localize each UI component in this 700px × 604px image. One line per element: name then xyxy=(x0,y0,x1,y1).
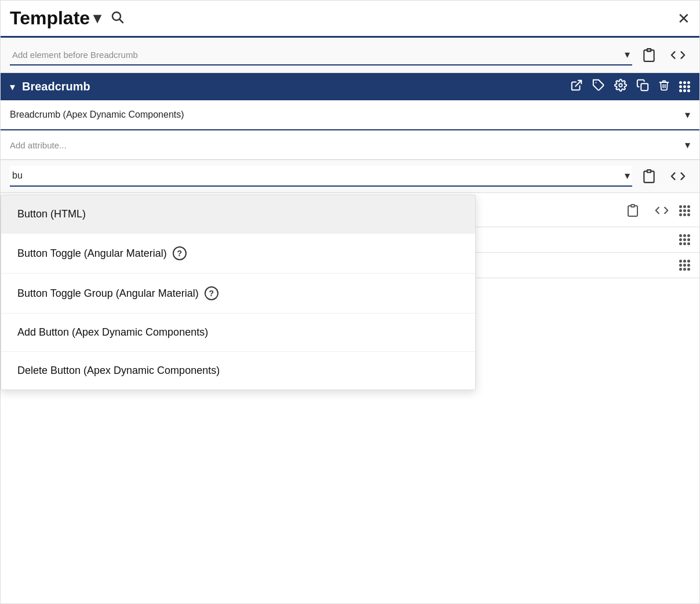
gear-icon[interactable] xyxy=(614,79,627,94)
row-code-button-1[interactable] xyxy=(650,202,673,219)
add-element-chevron-icon: ▾ xyxy=(625,48,630,61)
dropdown-item-4[interactable]: Delete Button (Apex Dynamic Components) xyxy=(1,352,475,390)
search-input-row: ▾ Button (HTML) Button Toggle (Angular M… xyxy=(1,160,699,193)
row-grid-dots-3[interactable] xyxy=(679,260,690,271)
component-select-dropdown[interactable]: Breadcrumb (Apex Dynamic Components) ▾ xyxy=(10,108,690,121)
dropdown-item-label-3: Add Button (Apex Dynamic Components) xyxy=(17,326,208,339)
component-select-chevron-icon: ▾ xyxy=(685,108,690,121)
svg-rect-3 xyxy=(647,49,651,51)
svg-rect-7 xyxy=(641,83,648,90)
section-title: Breadcrumb xyxy=(22,80,563,93)
title-area: Template ▾ xyxy=(10,8,101,29)
external-link-icon[interactable] xyxy=(570,79,583,94)
tag-icon[interactable] xyxy=(592,79,605,94)
svg-point-0 xyxy=(112,12,121,20)
copy-icon[interactable] xyxy=(636,79,649,94)
row-grid-dots-2[interactable] xyxy=(679,234,690,245)
row-clipboard-button-1[interactable] xyxy=(621,201,644,220)
delete-icon[interactable] xyxy=(658,79,670,94)
main-panel: Template ▾ ✕ Add element before Breadcru… xyxy=(0,0,700,604)
title-chevron-icon[interactable]: ▾ xyxy=(93,9,101,27)
svg-line-4 xyxy=(575,81,581,86)
search-code-button[interactable] xyxy=(666,168,690,185)
component-select-row: Breadcrumb (Apex Dynamic Components) ▾ xyxy=(1,100,699,130)
breadcrumb-section-header: ▾ Breadcrumb xyxy=(1,73,699,100)
dropdown-item-1[interactable]: Button Toggle (Angular Material) ? xyxy=(1,234,475,274)
add-attribute-placeholder: Add attribute... xyxy=(10,140,67,150)
dropdown-item-2[interactable]: Button Toggle Group (Angular Material) ? xyxy=(1,274,475,314)
dropdown-item-label-0: Button (HTML) xyxy=(17,208,86,220)
dropdown-item-label-1: Button Toggle (Angular Material) xyxy=(17,248,167,260)
section-header-actions xyxy=(570,79,690,94)
svg-rect-9 xyxy=(631,205,635,207)
clipboard-button[interactable] xyxy=(637,45,661,65)
search-input-wrapper: ▾ xyxy=(10,166,632,187)
dropdown-item-0[interactable]: Button (HTML) xyxy=(1,195,475,234)
svg-point-6 xyxy=(619,83,622,87)
grid-dots-icon[interactable] xyxy=(679,81,690,92)
add-element-dropdown[interactable]: Add element before Breadcrumb ▾ xyxy=(10,45,632,66)
search-clipboard-button[interactable] xyxy=(637,166,661,186)
help-icon-1[interactable]: ? xyxy=(173,246,187,260)
svg-line-1 xyxy=(120,20,123,23)
header: Template ▾ ✕ xyxy=(1,1,699,38)
add-attribute-dropdown[interactable]: Add attribute... ▾ xyxy=(10,139,690,151)
close-icon[interactable]: ✕ xyxy=(677,11,690,26)
code-button[interactable] xyxy=(666,46,690,64)
element-search-input[interactable] xyxy=(12,170,625,181)
dropdown-item-label-4: Delete Button (Apex Dynamic Components) xyxy=(17,365,220,377)
page-title: Template xyxy=(10,8,90,29)
component-select-value: Breadcrumb (Apex Dynamic Components) xyxy=(10,110,184,120)
svg-rect-8 xyxy=(647,170,651,172)
row-grid-dots-1[interactable] xyxy=(679,205,690,216)
help-icon-2[interactable]: ? xyxy=(205,286,218,300)
add-attribute-chevron-icon: ▾ xyxy=(685,139,690,151)
search-icon[interactable] xyxy=(110,10,124,27)
search-dropdown: Button (HTML) Button Toggle (Angular Mat… xyxy=(1,195,476,390)
search-dropdown-chevron-icon[interactable]: ▾ xyxy=(625,169,630,182)
collapse-icon[interactable]: ▾ xyxy=(10,81,15,93)
add-element-row: Add element before Breadcrumb ▾ xyxy=(1,38,699,73)
dropdown-item-3[interactable]: Add Button (Apex Dynamic Components) xyxy=(1,314,475,352)
dropdown-item-label-2: Button Toggle Group (Angular Material) xyxy=(17,288,199,300)
add-element-placeholder: Add element before Breadcrumb xyxy=(12,50,138,60)
add-attribute-row: Add attribute... ▾ xyxy=(1,130,699,160)
